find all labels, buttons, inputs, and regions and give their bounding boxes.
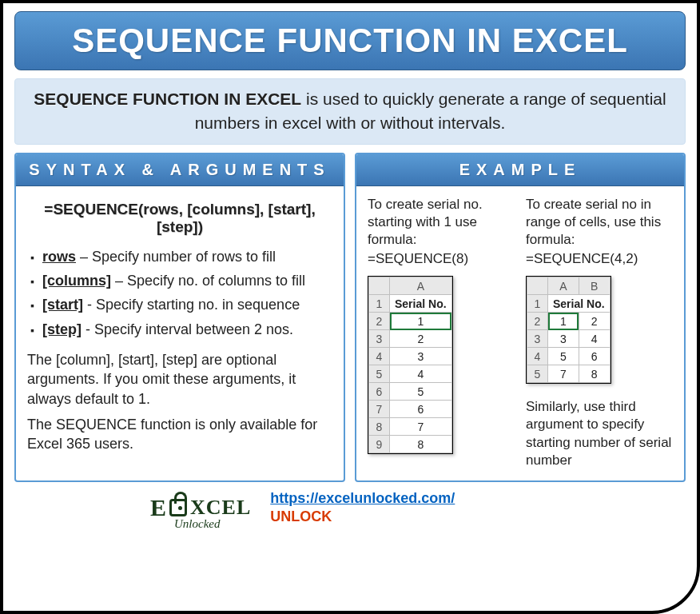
- example-right: To create serial no in range of cells, u…: [526, 196, 673, 471]
- example-header: EXAMPLE: [356, 154, 684, 186]
- mini-sheet-2: AB 1Serial No. 212 334 456 578: [526, 276, 611, 384]
- syntax-note-2: The SEQUENCE function is only available …: [27, 415, 332, 454]
- logo: E XCEL Unlocked: [150, 494, 251, 521]
- example-right-after: Similarly, use third argument to specify…: [526, 398, 673, 468]
- example-right-text: To create serial no in range of cells, u…: [526, 196, 673, 249]
- example-left-formula: =SEQUENCE(8): [368, 250, 515, 268]
- footer-link[interactable]: https://excelunlocked.com/: [270, 490, 455, 506]
- footer-tag: UNLOCK: [270, 508, 455, 525]
- syntax-panel: SYNTAX & ARGUMENTS =SEQUENCE(rows, [colu…: [14, 153, 345, 482]
- lock-icon: [169, 499, 187, 516]
- argument-list: rows – Specify number of rows to fill [c…: [30, 247, 332, 339]
- footer: E XCEL Unlocked https://excelunlocked.co…: [14, 490, 686, 525]
- list-item: [start] - Specify starting no. in sequen…: [30, 295, 332, 314]
- example-left: To create serial no. starting with 1 use…: [368, 196, 515, 471]
- page-title: SEQUENCE FUNCTION IN EXCEL: [14, 11, 686, 70]
- example-panel: EXAMPLE To create serial no. starting wi…: [355, 153, 686, 482]
- list-item: [columns] – Specify no. of columns to fi…: [30, 271, 332, 290]
- mini-sheet-1: A 1Serial No. 21 32 43 54 65 76 87 98: [368, 276, 453, 454]
- list-item: rows – Specify number of rows to fill: [30, 247, 332, 266]
- list-item: [step] - Specify interval between 2 nos.: [30, 320, 332, 339]
- syntax-note-1: The [column], [start], [step] are option…: [27, 350, 332, 409]
- intro-lead: SEQUENCE FUNCTION IN EXCEL: [34, 90, 301, 108]
- syntax-header: SYNTAX & ARGUMENTS: [16, 154, 344, 186]
- syntax-formula: =SEQUENCE(rows, [columns], [start], [ste…: [27, 201, 332, 236]
- example-right-formula: =SEQUENCE(4,2): [526, 250, 673, 268]
- example-left-text: To create serial no. starting with 1 use…: [368, 196, 515, 249]
- intro-box: SEQUENCE FUNCTION IN EXCEL is used to qu…: [14, 78, 686, 145]
